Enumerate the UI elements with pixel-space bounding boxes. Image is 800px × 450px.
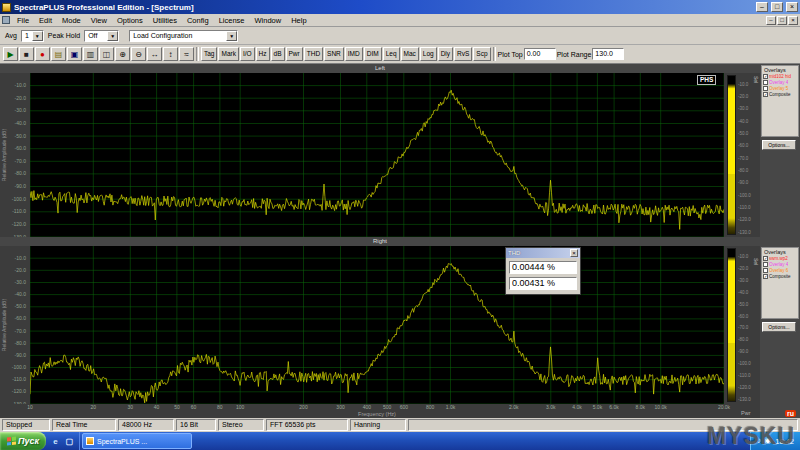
run-button[interactable]: ▶: [3, 47, 18, 61]
scp-button[interactable]: Scp: [473, 47, 490, 61]
show-desktop-icon[interactable]: ▢: [64, 436, 75, 447]
waveform-button[interactable]: ≈: [179, 47, 194, 61]
mdi-minimize-button[interactable]: –: [766, 16, 776, 25]
x-tick-label: 20.0k: [718, 405, 730, 410]
volume-icon[interactable]: ♪: [757, 437, 761, 445]
dim-button[interactable]: DIM: [364, 47, 382, 61]
zoom-in-button[interactable]: ⊕: [115, 47, 130, 61]
overlay-item[interactable]: ✓Composite: [763, 92, 797, 97]
title-bar[interactable]: SpectraPLUS Professional Edition - [Spec…: [0, 0, 800, 14]
load-configuration-combo[interactable]: Load Configuration ▼: [129, 30, 238, 42]
pwr-button[interactable]: Pwr: [286, 47, 303, 61]
overlay-checkbox[interactable]: ✓: [763, 274, 768, 279]
print-button[interactable]: ▥: [83, 47, 98, 61]
right-spectrum-plot[interactable]: [30, 246, 724, 404]
menu-item-view[interactable]: View: [86, 15, 112, 26]
expand-horizontal-button[interactable]: ↔: [147, 47, 162, 61]
overlay-item[interactable]: Overlay 4: [763, 262, 797, 267]
overlay-checkbox[interactable]: [763, 80, 768, 85]
overlay-item[interactable]: Overlay 6: [763, 268, 797, 273]
menu-item-config[interactable]: Config: [182, 15, 214, 26]
maximize-button[interactable]: □: [771, 2, 783, 12]
menu-item-edit[interactable]: Edit: [34, 15, 57, 26]
plot-top-field[interactable]: 0.00: [524, 48, 556, 60]
start-button[interactable]: Пуск: [0, 432, 46, 450]
x-tick-label: 3.0k: [546, 405, 555, 410]
mdi-close-button[interactable]: ×: [788, 16, 798, 25]
chevron-down-icon[interactable]: ▼: [107, 31, 118, 41]
overlay-checkbox[interactable]: [763, 268, 768, 273]
overlay-checkbox[interactable]: ✓: [763, 256, 768, 261]
imd-button[interactable]: IMD: [345, 47, 363, 61]
x-tick-label: 20: [91, 405, 97, 410]
hz-button[interactable]: Hz: [256, 47, 270, 61]
menu-item-window[interactable]: Window: [250, 15, 287, 26]
mac-button[interactable]: Mac: [401, 47, 419, 61]
status-bar: StoppedReal Time48000 Hz16 BitStereoFFT …: [0, 418, 800, 432]
colorbar-tick-labels: -10.0-20.0-30.0-40.0-50.0-60.0-70.0-80.0…: [738, 246, 760, 404]
record-button[interactable]: ●: [35, 47, 50, 61]
stop-button[interactable]: ■: [19, 47, 34, 61]
rvs-button[interactable]: RvS: [454, 47, 472, 61]
snr-button[interactable]: SNR: [324, 47, 344, 61]
menu-item-options[interactable]: Options: [112, 15, 148, 26]
overlay-item[interactable]: ✓Composite: [763, 274, 797, 279]
sel-label: Sel: [752, 76, 758, 83]
chevron-down-icon[interactable]: ▼: [32, 31, 43, 41]
menu-item-file[interactable]: File: [12, 15, 34, 26]
status-48000-hz: 48000 Hz: [118, 419, 174, 431]
x-tick-label: 5.0k: [593, 405, 602, 410]
dly-button[interactable]: Dly: [438, 47, 453, 61]
thd-window-title: THD: [508, 250, 568, 256]
network-icon[interactable]: ◉: [764, 437, 771, 445]
left-spectrum-plot[interactable]: [30, 73, 724, 237]
open-file-button[interactable]: ▤: [51, 47, 66, 61]
mdi-restore-button[interactable]: □: [777, 16, 787, 25]
close-button[interactable]: ×: [786, 2, 798, 12]
copy-button[interactable]: ◫: [99, 47, 114, 61]
overlay-item[interactable]: Overlay 4: [763, 80, 797, 85]
log-button[interactable]: Log: [420, 47, 437, 61]
internet-explorer-icon[interactable]: e: [50, 436, 61, 447]
leq-button[interactable]: Leq: [383, 47, 400, 61]
spectraplus-task-button[interactable]: SpectraPLUS ...: [82, 433, 192, 449]
colorbar-tick-label: -40.0: [738, 120, 748, 125]
peak-hold-label: Peak Hold: [48, 32, 80, 39]
overlays-options-button[interactable]: Options...: [762, 322, 796, 332]
overlay-label: Overlay 4: [769, 80, 788, 85]
thd-window[interactable]: THD × 0.00444 % 0.00431 %: [505, 247, 581, 295]
overlay-checkbox[interactable]: [763, 262, 768, 267]
overlay-item[interactable]: Overlay 5: [763, 86, 797, 91]
menu-item-help[interactable]: Help: [286, 15, 311, 26]
stop-icon: ■: [24, 50, 29, 59]
overlays-options-button[interactable]: Options...: [762, 140, 796, 150]
save-file-button[interactable]: ▣: [67, 47, 82, 61]
overlay-checkbox[interactable]: ✓: [763, 74, 768, 79]
x-tick-label: 10.0k: [655, 405, 667, 410]
minimize-button[interactable]: –: [756, 2, 768, 12]
plot-range-field[interactable]: 130.0: [592, 48, 624, 60]
expand-vertical-button[interactable]: ↕: [163, 47, 178, 61]
save-file-icon: ▣: [71, 50, 79, 59]
overlay-item[interactable]: ✓swm.wp2: [763, 256, 797, 261]
overlay-checkbox[interactable]: [763, 86, 768, 91]
overlay-item[interactable]: ✓mid102 hid: [763, 74, 797, 79]
thd-title-bar[interactable]: THD ×: [506, 248, 580, 258]
mark-button[interactable]: Mark: [218, 47, 238, 61]
db-button[interactable]: dB: [271, 47, 285, 61]
thd-right-value: 0.00431 %: [509, 277, 577, 290]
close-icon[interactable]: ×: [570, 249, 578, 257]
menu-item-license[interactable]: License: [214, 15, 250, 26]
menu-item-mode[interactable]: Mode: [57, 15, 86, 26]
peak-hold-combo[interactable]: Off ▼: [84, 30, 119, 42]
overlay-checkbox[interactable]: ✓: [763, 92, 768, 97]
avg-combo[interactable]: 1 ▼: [21, 30, 44, 42]
menu-item-utilities[interactable]: Utilities: [148, 15, 182, 26]
io-button[interactable]: I/O: [240, 47, 255, 61]
app-window: SpectraPLUS Professional Edition - [Spec…: [0, 0, 800, 450]
x-tick-label: 200: [299, 405, 307, 410]
thd-button[interactable]: THD: [304, 47, 323, 61]
chevron-down-icon[interactable]: ▼: [226, 31, 237, 41]
zoom-out-button[interactable]: ⊖: [131, 47, 146, 61]
tag-button[interactable]: Tag: [201, 47, 217, 61]
